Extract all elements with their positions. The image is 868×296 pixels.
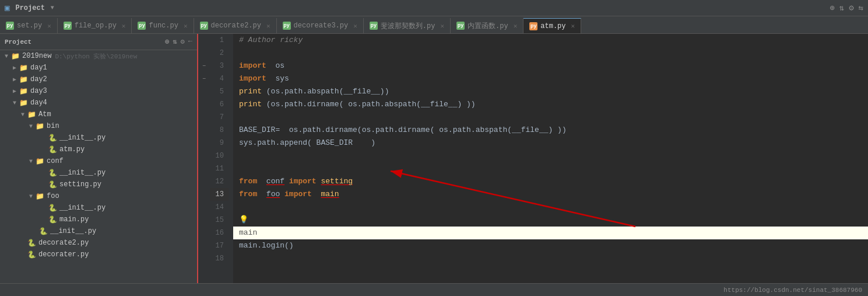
code-line-12: from conf import setting: [239, 175, 868, 188]
tree-item-decorate2[interactable]: ▶ 🐍 decorate2.py: [0, 237, 197, 249]
tree-item-atm[interactable]: ▼ 📁 Atm: [0, 109, 197, 120]
tab-label: 内置函数.py: [468, 21, 508, 31]
folder-icon: 📁: [35, 191, 44, 201]
module-conf: conf: [266, 175, 284, 188]
keyword-import: import: [289, 175, 317, 188]
keyword-import: import: [284, 188, 312, 201]
gutter-7: [198, 111, 210, 124]
line-num-11: 11: [210, 162, 229, 175]
tree-item-foo-main[interactable]: ▶ 🐍 main.py: [0, 214, 197, 225]
tree-item-2019new[interactable]: ▼ 📁 2019new D:\python 实验\2019new: [0, 50, 197, 62]
folder-name: bin: [47, 122, 59, 130]
line-num-16: 16: [210, 227, 229, 239]
tab-file-op-py[interactable]: py file_op.py ✕: [58, 18, 132, 33]
tab-close-icon[interactable]: ✕: [353, 22, 357, 30]
tab-func-py[interactable]: py func.py ✕: [132, 18, 194, 33]
code-text: os: [266, 60, 284, 72]
expand-arrow: ▼: [27, 123, 35, 130]
tab-close-icon[interactable]: ✕: [514, 22, 518, 30]
gutter-18: [198, 252, 210, 265]
tab-decorate2-py[interactable]: py decorate2.py ✕: [194, 18, 277, 33]
tab-label: set.py: [17, 22, 42, 30]
tree-item-day3[interactable]: ▶ 📁 day3: [0, 85, 197, 97]
tab-fibonacci-py[interactable]: py 斐波那契数列.py ✕: [364, 18, 451, 33]
code-line-18: [239, 252, 868, 265]
settings-icon[interactable]: ⚙: [849, 3, 853, 13]
file-tree: ▼ 📁 2019new D:\python 实验\2019new ▶ 📁 day…: [0, 50, 197, 260]
tab-set-py[interactable]: py set.py ✕: [0, 18, 58, 33]
tab-close-icon[interactable]: ✕: [440, 22, 444, 30]
expand-arrow: ▶: [10, 76, 19, 83]
tree-item-decorater[interactable]: ▶ 🐍 decorater.py: [0, 249, 197, 260]
expand-arrow: ▶: [10, 64, 19, 71]
folder-icon: 📁: [19, 98, 28, 107]
code-editor[interactable]: − − 1: [198, 34, 868, 283]
file-icon: 🐍: [38, 227, 48, 236]
project-label: Project: [5, 39, 31, 46]
code-line-4: import sys: [239, 72, 868, 85]
line-num-18: 18: [210, 252, 229, 265]
tab-close-icon[interactable]: ✕: [184, 22, 188, 30]
collapse-icon[interactable]: ←: [188, 37, 192, 46]
file-icon: 🐍: [48, 215, 57, 224]
expand-arrow: ▼: [27, 193, 35, 200]
lightbulb-icon[interactable]: 💡: [239, 214, 248, 227]
sort-files-icon[interactable]: ⇅: [173, 37, 177, 46]
tree-item-conf-init[interactable]: ▶ 🐍 __init__.py: [0, 167, 197, 179]
tab-builtins-py[interactable]: py 内置函数.py ✕: [451, 18, 523, 33]
folder-name: day3: [30, 87, 47, 95]
code-content[interactable]: # Author ricky import os import sys prin…: [233, 34, 868, 283]
tab-label: atm.py: [540, 22, 565, 30]
code-line-3: import os: [239, 60, 868, 72]
top-bar: ▣ Project ▼ ⊕ ⇅ ⚙ ⇆: [0, 0, 868, 16]
file-icon: 🐍: [27, 238, 36, 248]
tree-item-conf-setting[interactable]: ▶ 🐍 setting.py: [0, 179, 197, 190]
top-bar-title: Project: [15, 4, 44, 12]
folder-name: Atm: [38, 110, 51, 119]
gutter-10: [198, 149, 210, 162]
tree-item-conf[interactable]: ▼ 📁 conf: [0, 155, 197, 167]
line-num-2: 2: [210, 47, 229, 60]
code-line-9: sys.path.append( BASE_DIR ): [239, 137, 868, 149]
file-icon: 🐍: [48, 180, 57, 189]
fold-icon-3[interactable]: −: [202, 63, 206, 69]
gutter-1: [198, 34, 210, 47]
code-text: sys: [266, 72, 289, 85]
tree-item-foo-init[interactable]: ▶ 🐍 __init__.py: [0, 202, 197, 214]
sort-icon[interactable]: ⇅: [839, 3, 844, 13]
tree-item-day2[interactable]: ▶ 📁 day2: [0, 74, 197, 85]
line-num-9: 9: [210, 137, 229, 149]
add-file-icon[interactable]: ⊕: [165, 37, 169, 46]
tree-item-bin-init[interactable]: ▶ 🐍 __init__.py: [0, 132, 197, 144]
file-name: decorater.py: [38, 250, 89, 259]
file-name: __init__.py: [59, 169, 106, 177]
settings-files-icon[interactable]: ⚙: [181, 37, 185, 46]
folder-icon: 📁: [10, 51, 20, 61]
code-text: (os.path.abspath(__file__)): [262, 85, 389, 98]
tab-atm-py[interactable]: py atm.py ✕: [523, 18, 581, 33]
tab-close-icon[interactable]: ✕: [266, 22, 270, 30]
dropdown-arrow[interactable]: ▼: [51, 5, 54, 11]
tree-item-day4[interactable]: ▼ 📁 day4: [0, 97, 197, 109]
gutter-13: [198, 188, 210, 201]
tree-item-bin[interactable]: ▼ 📁 bin: [0, 120, 197, 132]
add-icon[interactable]: ⊕: [830, 3, 834, 13]
tab-decoreate3-py[interactable]: py decoreate3.py ✕: [277, 18, 364, 33]
fold-icon-4[interactable]: −: [202, 76, 206, 82]
tree-item-bin-atm[interactable]: ▶ 🐍 atm.py: [0, 144, 197, 155]
tab-close-icon[interactable]: ✕: [571, 22, 575, 30]
line-num-1: 1: [210, 34, 229, 47]
gutter-16: [198, 227, 210, 239]
tab-close-icon[interactable]: ✕: [122, 22, 126, 30]
tree-item-foo[interactable]: ▼ 📁 foo: [0, 190, 197, 202]
gutter-17: [198, 239, 210, 252]
gutter-4: −: [198, 72, 210, 85]
tree-item-atm-init[interactable]: ▶ 🐍 __init__.py: [0, 225, 197, 237]
expand-arrow: ▼: [19, 112, 27, 118]
tree-item-day1[interactable]: ▶ 📁 day1: [0, 62, 197, 74]
expand-icon[interactable]: ⇆: [859, 3, 863, 13]
keyword-from: from: [239, 175, 257, 188]
line-num-17: 17: [210, 239, 229, 252]
expand-arrow: ▼: [2, 53, 10, 60]
tab-close-icon[interactable]: ✕: [47, 22, 51, 30]
